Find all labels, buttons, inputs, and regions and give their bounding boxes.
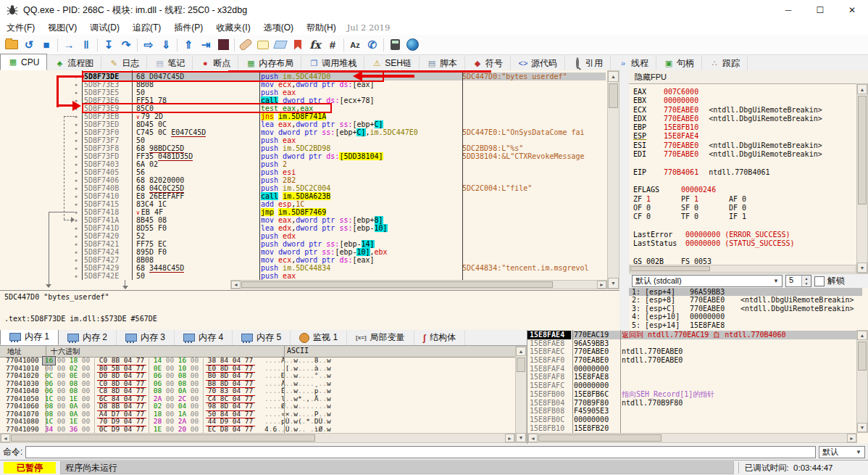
- breakpoint-dot[interactable]: ●: [0, 240, 82, 248]
- disasm-row[interactable]: ●5D8F740556push esi: [0, 168, 606, 176]
- scroll-thumb[interactable]: [538, 434, 662, 442]
- breakpoint-dot[interactable]: ●: [0, 88, 82, 96]
- tab-断点[interactable]: ●断点: [193, 56, 238, 70]
- register-row[interactable]: EDI770EABE0<ntdll.DbgUiRemoteBreakin>: [633, 150, 856, 159]
- breakpoint-dot[interactable]: ●: [0, 136, 82, 144]
- breakpoint-dot[interactable]: ●: [0, 73, 82, 80]
- tab-跟踪[interactable]: ∴跟踪: [702, 56, 748, 70]
- scroll-thumb[interactable]: [858, 342, 867, 371]
- bookmarks-icon[interactable]: [289, 37, 306, 53]
- tab-结构体[interactable]: ʃ结构体: [414, 330, 465, 345]
- disasm-row[interactable]: ●5D8F73EB∨79 2Djns im.5D8F741A: [0, 112, 606, 120]
- stack-row[interactable]: 15E8FB0015E8FB6C指向SEH_Record[1]的指针: [527, 390, 857, 399]
- registers-vscrollbar[interactable]: ▲ ▼: [856, 83, 868, 273]
- scroll-up-arrow[interactable]: ▲: [857, 331, 867, 340]
- disasm-row[interactable]: ●5D8F742052push edx: [0, 232, 606, 240]
- tab-监视 1[interactable]: 监视 1: [291, 330, 347, 345]
- functions-icon[interactable]: fx: [306, 37, 324, 53]
- breakpoint-dot[interactable]: ●: [0, 80, 82, 88]
- restart-icon[interactable]: ↺: [20, 37, 38, 53]
- calculator-icon[interactable]: [386, 37, 404, 53]
- command-profile-dropdown[interactable]: 默认 ▼: [819, 446, 865, 458]
- unlock-checkbox[interactable]: [814, 276, 825, 286]
- scroll-thumb[interactable]: [11, 434, 315, 442]
- dump-row[interactable]: 7704100016001800C08B04771400160038840477…: [0, 357, 515, 365]
- menu-item[interactable]: 文件(F): [0, 20, 41, 36]
- menu-item[interactable]: 追踪(T): [126, 20, 167, 36]
- breakpoint-dot[interactable]: ●: [0, 160, 82, 168]
- disasm-hscrollbar[interactable]: ◄ ►: [230, 280, 607, 289]
- scroll-left-arrow[interactable]: ◄: [1, 434, 10, 442]
- menu-item[interactable]: 选项(O): [257, 20, 300, 36]
- stack-row[interactable]: 15E8FAFC00000000: [527, 381, 857, 390]
- register-row[interactable]: OF0SF0DF0: [633, 204, 856, 212]
- scroll-right-arrow[interactable]: ►: [597, 281, 606, 289]
- dump-row[interactable]: 770410200C000E00D08D047706000800B08D0477…: [0, 372, 515, 380]
- memory-dump-panel[interactable]: 内存 1内存 2内存 3内存 4内存 5监视 1[x=]局部变量ʃ结构体 地址 …: [0, 330, 527, 444]
- run-to-user-code-icon[interactable]: ⇥: [197, 37, 214, 53]
- stack-row[interactable]: 15E8FAF400000000: [527, 365, 857, 373]
- disasm-vscrollbar[interactable]: ▲ ▼: [607, 70, 619, 289]
- register-row[interactable]: ESI770EABE0<ntdll.DbgUiRemoteBreakin>: [633, 141, 856, 150]
- scroll-up-arrow[interactable]: ▲: [516, 347, 526, 356]
- disasm-row[interactable]: ●5D8F73F868 98BDC25Dpush im.5DC2BD985DC2…: [0, 144, 606, 152]
- breakpoint-dot[interactable]: ●: [0, 224, 82, 232]
- breakpoint-dot[interactable]: ●: [0, 128, 82, 136]
- disasm-row[interactable]: ●5D8F7410E8 26EEFAFFcall im.5D8A623B: [0, 192, 606, 200]
- register-row[interactable]: EFLAGS00000246: [633, 186, 856, 194]
- patches-icon[interactable]: [237, 37, 254, 53]
- strings-icon[interactable]: Az: [346, 37, 364, 53]
- menu-item[interactable]: 帮助(H): [300, 20, 343, 36]
- argument-row[interactable]: 4:[esp+10]00000000: [629, 313, 862, 321]
- calling-convention-dropdown[interactable]: 默认 (stdcall) ▼: [632, 275, 783, 287]
- register-row[interactable]: LastStatus00000000 (STATUS_SUCCESS): [633, 239, 856, 248]
- disasm-row[interactable]: ●5D8F73E985C0test eax,eax: [0, 104, 606, 112]
- scroll-thumb[interactable]: [630, 266, 710, 271]
- tab-SEH链[interactable]: ⚠SEH链: [364, 56, 420, 70]
- disasm-row[interactable]: ●5D8F74278B08mov ecx,dword ptr ds:[eax]: [0, 256, 606, 264]
- menu-item[interactable]: 调试(D): [83, 20, 126, 36]
- register-row[interactable]: ZF1PF1AF0: [633, 195, 856, 204]
- disasm-row[interactable]: ●5D8F7418∨EB 4Fjmp im.5D8F7469: [0, 208, 606, 216]
- panel-splitter[interactable]: [619, 70, 629, 330]
- register-row[interactable]: EIP770B4061ntdll.770B4061: [633, 168, 856, 177]
- argument-count-spinner[interactable]: 5 ▲▼: [785, 275, 811, 287]
- disasm-row[interactable]: ●5D8F73F0C745 0C E047C45Dmov dword ptr s…: [0, 128, 606, 136]
- breakpoint-dot[interactable]: ●: [0, 152, 82, 160]
- registers-hscrollbar[interactable]: [629, 265, 856, 273]
- register-row[interactable]: EBX00000000: [633, 96, 856, 105]
- scroll-thumb[interactable]: [241, 281, 553, 288]
- stack-vscrollbar[interactable]: ▲ ▼: [856, 330, 868, 433]
- disasm-row[interactable]: ●5D8F73E550push eax: [0, 88, 606, 96]
- menu-item[interactable]: 视图(V): [41, 20, 83, 36]
- argument-row[interactable]: 2:[esp+8]770EABE0<ntdll.DbgUiRemoteBreak…: [629, 296, 862, 304]
- tab-内存 2[interactable]: 内存 2: [59, 330, 117, 345]
- disasm-row[interactable]: ●5D8F740B68 04C0C25Dpush im.5DC2C0045DC2…: [0, 184, 606, 192]
- trace-into-icon[interactable]: ⇓: [157, 37, 175, 53]
- open-file-icon[interactable]: [3, 37, 20, 53]
- breakpoint-dot[interactable]: ●: [0, 256, 82, 264]
- tab-日志[interactable]: ✎日志: [101, 56, 147, 70]
- tab-脚本[interactable]: ▤脚本: [420, 56, 465, 70]
- run-icon[interactable]: →: [60, 37, 78, 53]
- scroll-right-arrow[interactable]: ►: [847, 434, 856, 442]
- stack-hscrollbar[interactable]: ◄ ►: [527, 433, 857, 443]
- disassembly-panel[interactable]: ●5D8F73DE68 D047C45Dpush im.5DC447D05DC4…: [0, 70, 619, 330]
- disasm-row[interactable]: ●5D8F73E38B08mov ecx,dword ptr ds:[eax]: [0, 80, 606, 88]
- scroll-thumb[interactable]: [517, 358, 525, 372]
- dump-row[interactable]: 7704106008000A00D88B047702000400988D0477…: [0, 402, 515, 410]
- tab-调用堆栈[interactable]: ❐调用堆栈: [301, 56, 364, 70]
- tab-CPU[interactable]: ▦CPU: [0, 54, 47, 70]
- disasm-row[interactable]: ●5D8F7424895D F0mov dword ptr ss:[ebp-10…: [0, 248, 606, 256]
- disasm-row[interactable]: ●5D8F7421FF75 ECpush dword ptr ss:[ebp-1…: [0, 240, 606, 248]
- snowman-icon[interactable]: #: [324, 37, 341, 53]
- disasm-row[interactable]: ●5D8F73FDFF35 0481D35Dpush dword ptr ds:…: [0, 152, 606, 160]
- breakpoint-dot[interactable]: ●: [0, 184, 82, 192]
- scroll-right-arrow[interactable]: ►: [505, 434, 514, 442]
- disasm-row[interactable]: ●5D8F742E50push eax: [0, 272, 606, 280]
- step-out-icon[interactable]: ⇑: [180, 37, 197, 53]
- labels-icon[interactable]: [272, 37, 289, 53]
- scroll-left-arrow[interactable]: ◄: [528, 434, 538, 442]
- tab-句柄[interactable]: ▣句柄: [656, 56, 702, 70]
- close-button[interactable]: ✕: [836, 0, 868, 20]
